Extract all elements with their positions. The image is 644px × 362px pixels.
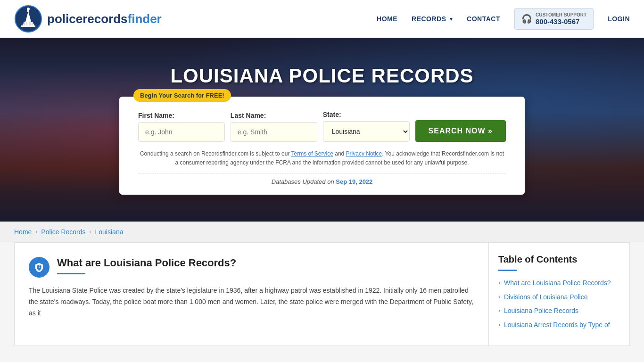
nav-records[interactable]: RECORDS ▾ <box>412 15 453 23</box>
search-button[interactable]: SEARCH NOW » <box>415 120 506 142</box>
hero-title: LOUISIANA POLICE RECORDS <box>170 65 473 87</box>
search-disclaimer: Conducting a search on Recordsfinder.com… <box>138 149 506 167</box>
db-updated: Databases Updated on Sep 19, 2022 <box>138 173 506 185</box>
headset-icon: 🎧 <box>521 14 532 24</box>
first-name-label: First Name: <box>138 112 225 119</box>
records-chevron-icon: ▾ <box>450 16 453 22</box>
toc-title: Table of Contents <box>498 254 620 265</box>
toc-underline <box>498 270 517 271</box>
nav-contact[interactable]: CONTACT <box>467 15 500 23</box>
article-body: The Louisiana State Police was created b… <box>29 285 474 319</box>
logo-text: policerecordsfinder <box>47 12 162 26</box>
toc-link[interactable]: Louisiana Arrest Records by Type of <box>504 321 610 330</box>
search-fields: First Name: Last Name: State: Louisiana … <box>138 111 506 142</box>
list-item: ›Louisiana Arrest Records by Type of <box>498 321 620 330</box>
hero-section: LOUISIANA POLICE RECORDS Begin Your Sear… <box>0 38 644 222</box>
first-name-input[interactable] <box>138 122 225 142</box>
article-section: What are Louisiana Police Records? The L… <box>14 242 488 346</box>
toc-section: Table of Contents ›What are Louisiana Po… <box>488 242 630 346</box>
svg-rect-9 <box>29 22 31 25</box>
terms-link[interactable]: Terms of Service <box>291 150 333 157</box>
breadcrumb-police-records[interactable]: Police Records <box>41 228 85 236</box>
site-header: policerecordsfinder HOME RECORDS ▾ CONTA… <box>0 0 644 38</box>
last-name-input[interactable] <box>231 122 317 142</box>
list-item: ›Louisiana Police Records <box>498 306 620 316</box>
article-title: What are Louisiana Police Records? <box>57 257 236 269</box>
svg-rect-10 <box>32 22 33 25</box>
customer-support-box[interactable]: 🎧 CUSTOMER SUPPORT 800-433-0567 <box>514 8 594 30</box>
toc-arrow-icon: › <box>498 321 500 328</box>
nav-login[interactable]: LOGIN <box>608 15 630 23</box>
breadcrumb-sep-2: › <box>90 229 91 235</box>
svg-rect-7 <box>24 22 25 25</box>
breadcrumb-home[interactable]: Home <box>14 228 32 236</box>
nav-home[interactable]: HOME <box>377 15 397 23</box>
main-content: What are Louisiana Police Records? The L… <box>0 242 644 360</box>
toc-link[interactable]: Louisiana Police Records <box>504 306 578 316</box>
privacy-link[interactable]: Privacy Notice <box>346 150 382 157</box>
support-phone: 800-433-0567 <box>536 17 586 25</box>
list-item: ›Divisions of Louisiana Police <box>498 293 620 302</box>
svg-rect-3 <box>21 25 35 27</box>
search-container: Begin Your Search for FREE! First Name: … <box>119 97 525 195</box>
badge-icon <box>34 262 44 272</box>
title-underline <box>57 273 85 274</box>
breadcrumb-current: Louisiana <box>95 228 124 236</box>
last-name-group: Last Name: <box>231 112 317 142</box>
logo[interactable]: policerecordsfinder <box>14 5 162 33</box>
main-nav: HOME RECORDS ▾ CONTACT 🎧 CUSTOMER SUPPOR… <box>377 8 630 30</box>
article-header: What are Louisiana Police Records? <box>29 257 474 278</box>
breadcrumb-sep-1: › <box>35 229 37 235</box>
support-label: CUSTOMER SUPPORT <box>536 12 586 17</box>
list-item: ›What are Louisiana Police Records? <box>498 279 620 288</box>
toc-arrow-icon: › <box>498 307 500 314</box>
first-name-group: First Name: <box>138 112 225 142</box>
article-icon <box>29 257 50 278</box>
logo-icon <box>14 5 42 33</box>
svg-rect-8 <box>26 22 27 25</box>
toc-list: ›What are Louisiana Police Records?›Divi… <box>498 279 620 329</box>
toc-arrow-icon: › <box>498 280 500 286</box>
state-group: State: Louisiana <box>323 111 410 142</box>
breadcrumb: Home › Police Records › Louisiana <box>0 222 644 242</box>
last-name-label: Last Name: <box>231 112 317 119</box>
state-select[interactable]: Louisiana <box>323 121 410 142</box>
toc-link[interactable]: Divisions of Louisiana Police <box>504 293 587 302</box>
toc-link[interactable]: What are Louisiana Police Records? <box>504 279 611 288</box>
begin-badge: Begin Your Search for FREE! <box>133 89 231 102</box>
state-label: State: <box>323 111 410 118</box>
toc-arrow-icon: › <box>498 294 500 300</box>
svg-point-6 <box>27 8 30 10</box>
